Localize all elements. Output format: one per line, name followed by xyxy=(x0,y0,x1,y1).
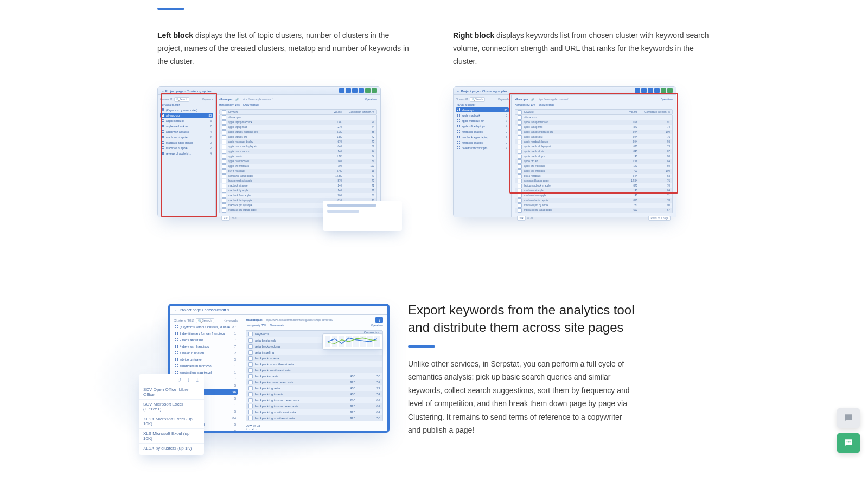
sidebar-item-cluster[interactable]: reviews of apple bl…4 xyxy=(160,151,213,156)
cluster-url[interactable]: https://www.apple.com/mac/ xyxy=(242,98,272,101)
badge-icon[interactable] xyxy=(359,88,364,93)
table-row[interactable]: apple macbook laptop2.9K93 xyxy=(515,139,672,144)
sidebar-item-cluster[interactable]: macbook of apple2 xyxy=(160,145,213,150)
show-metatop-link[interactable]: Show metatop xyxy=(539,104,554,106)
row-checkbox[interactable] xyxy=(222,145,226,149)
table-row[interactable]: macbook from apple76086 xyxy=(220,193,376,198)
add-cluster-button[interactable]: ⊕ Add a cluster xyxy=(456,102,509,107)
row-checkbox[interactable] xyxy=(518,120,522,125)
row-checkbox[interactable] xyxy=(222,150,226,154)
table-row[interactable]: apple laptop mac27074 xyxy=(220,125,376,130)
table-row[interactable]: macbook at apple14084 xyxy=(515,188,672,193)
pager-prev[interactable]: ‹ xyxy=(249,427,250,431)
table-row[interactable]: backpacking asia48072 xyxy=(246,385,382,391)
row-checkbox[interactable] xyxy=(518,155,522,159)
table-row[interactable]: apple pro macbook14060 xyxy=(515,164,672,169)
row-checkbox[interactable] xyxy=(518,159,522,164)
table-row[interactable]: backpacking in south east asia26069 xyxy=(246,397,382,403)
table-row[interactable]: apple pro macbook14081 xyxy=(220,159,376,164)
export-format-option[interactable]: SCV Open Office, Libre Office xyxy=(139,385,204,399)
badge-icon[interactable] xyxy=(346,88,351,93)
row-checkbox[interactable] xyxy=(222,135,226,139)
export-format-option[interactable]: XLSX by clusters (up 1K) xyxy=(139,443,204,453)
badge-icon[interactable] xyxy=(661,88,666,93)
back-arrow-icon[interactable]: ← xyxy=(457,89,460,93)
table-row[interactable]: macbook pro by apple78090 xyxy=(515,203,672,208)
row-checkbox[interactable] xyxy=(518,203,522,208)
table-row[interactable]: apple laptop macbook1.4K91 xyxy=(220,120,376,125)
table-row[interactable]: apple macbook pro14094 xyxy=(220,149,376,154)
row-checkbox[interactable] xyxy=(518,135,522,139)
row-checkbox[interactable] xyxy=(222,194,226,198)
table-row[interactable]: backpack southeast asia xyxy=(246,367,382,373)
table-row[interactable]: backpacker southeast asia32057 xyxy=(246,379,382,385)
rows-per-page[interactable]: Rows on a page xyxy=(648,216,671,221)
select-all-checkbox[interactable] xyxy=(518,110,522,114)
table-row[interactable]: apple laptop mac87074 xyxy=(515,125,672,130)
row-checkbox[interactable] xyxy=(518,130,522,134)
table-row[interactable]: backpacking in southeast asia32067 xyxy=(246,403,382,409)
row-checkbox[interactable] xyxy=(222,140,226,144)
row-checkbox[interactable] xyxy=(248,404,253,408)
sidebar-item-cluster[interactable]: macbook of apple2 xyxy=(456,140,509,145)
sidebar-item-cluster[interactable]: apple macbook air7 xyxy=(456,118,509,123)
search-input[interactable]: 🔍 Search xyxy=(470,97,485,102)
table-row[interactable]: macbook pro laptop apple63067 xyxy=(515,208,672,213)
sidebar-item-cluster[interactable]: 2 day itinerary for san francisco1 xyxy=(174,330,238,336)
row-checkbox[interactable] xyxy=(222,125,226,130)
table-row[interactable]: apple laptops pro1.6K72 xyxy=(220,134,376,139)
table-row[interactable]: apple the macbook700100 xyxy=(515,169,672,174)
sidebar-item-cluster[interactable]: apple office laptops4 xyxy=(456,124,509,129)
page-size-select[interactable]: 30 ▾ xyxy=(517,216,526,221)
table-row[interactable]: backpack in southeast asia xyxy=(246,361,382,367)
row-checkbox[interactable] xyxy=(248,368,253,373)
row-checkbox[interactable] xyxy=(248,362,253,367)
sidebar-item-cluster[interactable]: (Keywords without clusters) d base87 xyxy=(174,324,238,330)
table-row[interactable]: backpacking southeast asia32056 xyxy=(246,415,382,421)
table-row[interactable]: apple macbook laptop air67073 xyxy=(515,144,672,149)
table-row[interactable]: backpack in asia xyxy=(246,355,382,361)
table-row[interactable]: apple pro air1.3K84 xyxy=(220,154,376,159)
sidebar-item-cluster[interactable]: 2 facts about ma7 xyxy=(174,337,238,343)
col-volume[interactable]: Volume xyxy=(322,111,342,113)
badge-icon[interactable] xyxy=(365,88,371,93)
table-row[interactable]: macbook at apple14071 xyxy=(220,183,376,188)
cluster-url[interactable]: https://www.nomadicmatt.com/travel-guide… xyxy=(266,319,372,322)
row-checkbox[interactable] xyxy=(518,169,522,174)
row-checkbox[interactable] xyxy=(222,115,226,120)
row-checkbox[interactable] xyxy=(222,203,226,208)
row-checkbox[interactable] xyxy=(518,198,522,203)
table-row[interactable]: apple the macbook700130 xyxy=(220,164,376,169)
sidebar-item-cluster[interactable]: apple macbook3 xyxy=(160,118,213,123)
row-checkbox[interactable] xyxy=(518,145,522,149)
cluster-url[interactable]: https://www.apple.com/mac/ xyxy=(538,98,568,101)
row-checkbox[interactable] xyxy=(248,356,253,361)
operations-dropdown[interactable]: Operations xyxy=(661,98,673,101)
export-button[interactable]: ⭳ xyxy=(375,317,383,323)
row-checkbox[interactable] xyxy=(518,125,522,130)
col-keyword[interactable]: Keyword xyxy=(524,111,618,113)
row-checkbox[interactable] xyxy=(248,374,253,378)
row-checkbox[interactable] xyxy=(248,344,253,349)
table-row[interactable]: apple macbook display67073 xyxy=(220,139,376,144)
table-row[interactable]: all-mac-pro xyxy=(515,115,672,120)
badge-icon[interactable] xyxy=(352,88,358,93)
table-row[interactable]: all-mac-pro xyxy=(220,115,376,120)
sidebar-item-cluster[interactable]: apple macbook3 xyxy=(456,113,509,118)
export-format-option[interactable]: SCV Microsoft Excel (TP1251) xyxy=(139,399,204,414)
download-icon[interactable]: ⭳ xyxy=(186,377,191,383)
show-metatop-link[interactable]: Show metatop xyxy=(270,324,285,327)
refresh-icon[interactable]: ↺ xyxy=(177,377,182,383)
table-row[interactable]: macbook by apple14071 xyxy=(220,188,376,193)
table-row[interactable]: backpacking in asia48054 xyxy=(246,391,382,397)
row-checkbox[interactable] xyxy=(222,164,226,169)
row-checkbox[interactable] xyxy=(248,386,253,390)
row-checkbox[interactable] xyxy=(248,350,253,355)
row-checkbox[interactable] xyxy=(222,120,226,125)
sidebar-item-cluster[interactable]: all-mac-pro38 xyxy=(160,113,213,118)
sidebar-item-cluster[interactable]: (Keywords by one cluster) xyxy=(160,107,213,112)
table-row[interactable]: apple laptop macbook1.6K91 xyxy=(515,120,672,125)
col-volume[interactable]: Volume xyxy=(618,111,637,113)
table-row[interactable]: laptop macbook in apple87070 xyxy=(515,183,672,188)
table-row[interactable]: apple laptops macbook pro2.9K88 xyxy=(220,130,376,134)
